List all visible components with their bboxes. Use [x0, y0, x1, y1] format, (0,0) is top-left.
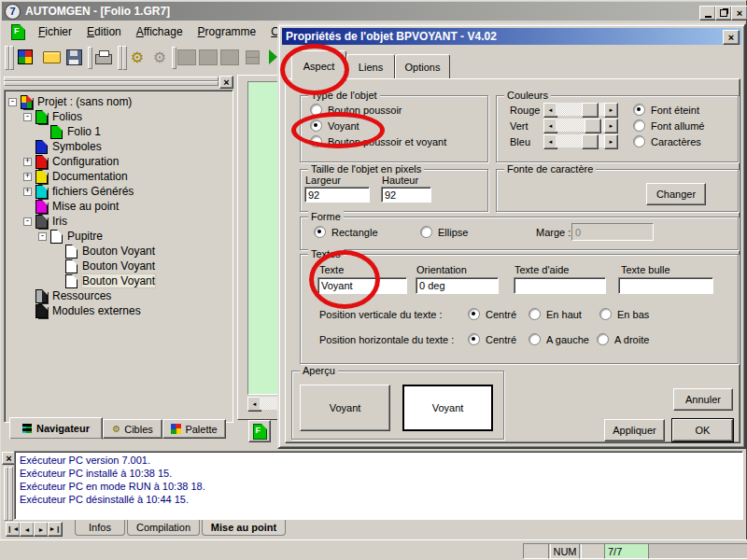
- last-tab-icon[interactable]: ►❙: [48, 522, 63, 537]
- tab-navigateur[interactable]: Navigateur: [9, 417, 103, 440]
- tree-item-projet[interactable]: Projet : (sans nom): [5, 94, 233, 109]
- tab-mise-au-point[interactable]: Mise au point: [202, 520, 286, 536]
- status-num-indicator: NUM: [548, 543, 582, 559]
- radio-rectangle[interactable]: Rectangle: [314, 226, 378, 238]
- panel-gripper[interactable]: [4, 81, 218, 86]
- toolbar-gripper[interactable]: [9, 46, 14, 70]
- margin-input: [571, 223, 654, 241]
- slider-thumb[interactable]: [585, 119, 601, 133]
- tab-options[interactable]: Options: [395, 54, 450, 80]
- build-icon[interactable]: ⚙: [127, 46, 148, 68]
- collapse-icon[interactable]: [23, 113, 32, 121]
- slider-thumb[interactable]: [582, 134, 599, 149]
- radio-hpos-centre[interactable]: Centré: [468, 333, 516, 345]
- tab-palette[interactable]: Palette: [162, 419, 226, 439]
- texte-bulle-input[interactable]: [618, 277, 713, 294]
- tree-item-folios[interactable]: Folios: [5, 109, 233, 124]
- folio-hscrollbar[interactable]: ◄: [247, 397, 279, 410]
- folio-canvas[interactable]: [247, 81, 281, 395]
- texte-input[interactable]: [317, 277, 407, 294]
- dialog-close-icon[interactable]: [723, 30, 740, 45]
- height-input[interactable]: [381, 187, 431, 203]
- tree-item-bouton-voyant[interactable]: Bouton Voyant: [5, 244, 233, 259]
- radio-font-eteint[interactable]: Font éteint: [633, 104, 699, 116]
- radio-vpos-centre[interactable]: Centré: [468, 308, 516, 320]
- tab-aspect[interactable]: Aspect: [291, 50, 346, 81]
- collapse-icon[interactable]: [23, 217, 32, 226]
- texte-aide-input[interactable]: [514, 277, 606, 294]
- next-tab-icon[interactable]: ►: [34, 522, 49, 537]
- tab-infos[interactable]: Infos: [75, 520, 125, 536]
- tab-cibles[interactable]: ⚙ Cibles: [103, 419, 162, 439]
- tree-item-bouton-voyant-selected[interactable]: Bouton Voyant: [5, 273, 233, 288]
- close-button[interactable]: [731, 6, 747, 21]
- tree-item-symboles[interactable]: Symboles: [5, 139, 233, 154]
- menu-edition[interactable]: Edition: [79, 22, 129, 42]
- tree-item-ressources[interactable]: Ressources: [5, 288, 233, 303]
- panel-close-icon[interactable]: [219, 76, 233, 89]
- ok-button[interactable]: OK: [672, 419, 733, 441]
- menu-programme[interactable]: Programme: [190, 22, 264, 42]
- tree-item-fichiers-generes[interactable]: fichiers Générés: [5, 184, 233, 199]
- radio-vpos-en-haut[interactable]: En haut: [529, 308, 582, 320]
- folios-icon: [35, 110, 48, 124]
- radio-caracteres[interactable]: Caractères: [633, 135, 701, 147]
- cancel-button[interactable]: Annuler: [673, 388, 733, 411]
- project-icon: [21, 95, 33, 109]
- tree-item-iris[interactable]: Iris: [5, 214, 233, 229]
- blue-slider[interactable]: ◄ ►: [543, 134, 618, 147]
- log-line: Exécuteur PC version 7.001.: [15, 452, 742, 467]
- restore-button[interactable]: [715, 6, 732, 21]
- iris-icon: [35, 215, 48, 229]
- tab-liens[interactable]: Liens: [346, 54, 395, 80]
- radio-voyant[interactable]: Voyant: [310, 119, 359, 132]
- red-slider[interactable]: ◄ ►: [543, 103, 618, 116]
- tree-item-modules-externes[interactable]: Modules externes: [5, 303, 233, 318]
- slider-thumb[interactable]: [582, 103, 599, 118]
- tree-item-folio1[interactable]: Folio 1: [5, 124, 233, 139]
- orientation-input[interactable]: [416, 277, 499, 294]
- scroll-right-icon[interactable]: ►: [604, 134, 618, 149]
- expand-icon[interactable]: [23, 188, 32, 196]
- first-tab-icon[interactable]: ❙◄: [6, 522, 21, 537]
- minimize-button[interactable]: [699, 6, 716, 21]
- tree-item-mise-au-point[interactable]: Mise au point: [5, 199, 233, 214]
- radio-bouton-poussoir[interactable]: Bouton poussoir: [310, 104, 402, 116]
- tree-item-configuration[interactable]: Configuration: [5, 154, 233, 169]
- apply-button[interactable]: Appliquer: [604, 419, 665, 441]
- external-modules-icon: [35, 304, 48, 318]
- menu-fichier[interactable]: Fichier: [31, 22, 79, 42]
- expand-icon[interactable]: [23, 158, 32, 166]
- radio-vpos-en-bas[interactable]: En bas: [599, 308, 649, 320]
- radio-hpos-a-droite[interactable]: A droite: [597, 333, 649, 345]
- symbols-icon: [35, 140, 48, 154]
- collapse-icon[interactable]: [8, 98, 17, 106]
- tree-item-pupitre[interactable]: Pupitre: [5, 229, 233, 244]
- build-disabled-icon: ⚙: [149, 46, 170, 68]
- expand-icon[interactable]: [23, 173, 32, 181]
- width-input[interactable]: [304, 187, 370, 203]
- print-icon[interactable]: [93, 48, 114, 66]
- log-gripper[interactable]: [8, 467, 13, 521]
- folio-document-icon: [11, 24, 25, 40]
- tree-item-documentation[interactable]: Documentation: [5, 169, 233, 184]
- collapse-icon[interactable]: [38, 232, 47, 241]
- blank-disabled-icon: [199, 49, 218, 65]
- run-icon[interactable]: [269, 49, 277, 64]
- change-font-button[interactable]: Changer: [646, 183, 706, 205]
- scroll-right-icon[interactable]: ►: [604, 103, 618, 118]
- green-slider[interactable]: ◄ ►: [543, 119, 618, 132]
- radio-ellipse[interactable]: Ellipse: [420, 226, 468, 238]
- save-icon[interactable]: [64, 48, 83, 66]
- radio-hpos-a-gauche[interactable]: A gauche: [529, 333, 589, 345]
- prev-tab-icon[interactable]: ◄: [20, 522, 35, 537]
- radio-bouton-poussoir-et-voyant[interactable]: Bouton poussoir et voyant: [310, 135, 446, 147]
- tab-compilation[interactable]: Compilation: [127, 520, 200, 536]
- radio-font-allume[interactable]: Font allumé: [633, 119, 704, 132]
- scroll-right-icon[interactable]: ►: [604, 119, 618, 133]
- open-folder-icon[interactable]: [41, 49, 62, 65]
- menu-affichage[interactable]: Affichage: [129, 22, 190, 42]
- tree-item-bouton-voyant[interactable]: Bouton Voyant: [5, 259, 233, 273]
- minimized-folio-button[interactable]: [248, 420, 271, 442]
- new-project-icon[interactable]: [15, 47, 35, 67]
